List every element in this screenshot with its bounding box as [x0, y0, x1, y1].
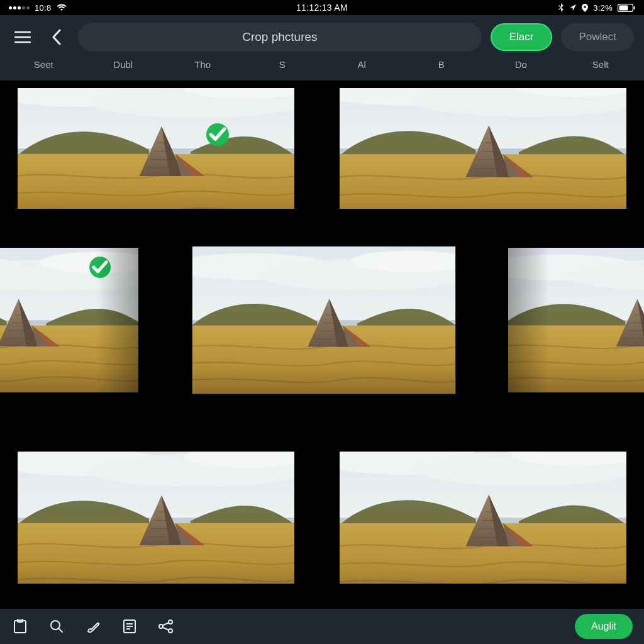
secondary-action-label: Powlect	[579, 31, 616, 43]
document-icon[interactable]	[121, 618, 138, 635]
tab-item[interactable]: Do	[481, 59, 561, 70]
tab-item[interactable]: Selt	[561, 59, 641, 70]
apply-button-label: Auglit	[591, 621, 616, 632]
svg-point-10	[584, 6, 586, 8]
photo-thumbnail[interactable]	[18, 88, 294, 209]
svg-rect-13	[619, 5, 628, 10]
photo-thumbnail-partial[interactable]	[0, 248, 138, 392]
selected-check-icon	[89, 257, 111, 278]
photo-thumbnail-partial[interactable]	[508, 248, 644, 392]
tab-item[interactable]: B	[402, 59, 482, 70]
tab-label: Dubl	[113, 59, 133, 70]
app-header: Crop phctures Elacr Powlect	[0, 15, 644, 59]
header-title-text: Crop phctures	[242, 30, 317, 44]
tab-label: S	[279, 59, 286, 70]
primary-action-button[interactable]: Elacr	[491, 23, 553, 51]
status-right-text: 3:2%	[593, 3, 613, 13]
tab-label: Do	[515, 59, 527, 70]
clipboard-icon[interactable]	[11, 618, 29, 635]
svg-point-26	[169, 620, 172, 624]
signal-dots-icon	[9, 6, 30, 9]
svg-point-25	[159, 625, 163, 628]
photo-thumbnail[interactable]	[18, 452, 294, 584]
svg-line-28	[163, 623, 169, 626]
tab-label: Tho	[194, 59, 211, 70]
location-pin-icon	[582, 4, 588, 12]
status-bar: 10:8 11:12:13 AM 3:2%	[0, 0, 644, 15]
tab-label: Selt	[592, 59, 609, 70]
back-button[interactable]	[44, 25, 69, 50]
tab-item[interactable]: Dubl	[84, 59, 164, 70]
status-clock: 11:12:13 AM	[0, 3, 644, 13]
svg-point-27	[169, 629, 172, 633]
photo-thumbnail-large[interactable]	[192, 247, 455, 394]
photo-thumbnail[interactable]	[340, 88, 626, 209]
selected-check-icon	[206, 123, 229, 146]
header-title-pill[interactable]: Crop phctures	[78, 23, 482, 52]
svg-rect-12	[634, 6, 635, 9]
tab-item[interactable]: Seet	[4, 59, 84, 70]
photo-thumbnail[interactable]	[340, 452, 626, 584]
svg-line-29	[163, 628, 169, 631]
battery-icon	[618, 4, 635, 12]
secondary-action-button[interactable]: Powlect	[561, 23, 634, 51]
category-tabs: Seet Dubl Tho S Al B Do Selt	[0, 59, 644, 80]
tab-item[interactable]: S	[243, 59, 323, 70]
share-icon[interactable]	[157, 618, 175, 635]
bottom-toolbar: Auglit	[0, 609, 644, 644]
wifi-icon	[57, 4, 67, 11]
primary-action-label: Elacr	[509, 31, 534, 43]
apply-button[interactable]: Auglit	[575, 614, 633, 639]
thumbnail-grid	[0, 80, 644, 609]
tab-item[interactable]: Al	[322, 59, 402, 70]
status-left-text: 10:8	[35, 3, 52, 13]
edit-brush-icon[interactable]	[84, 618, 102, 635]
bluetooth-icon	[558, 3, 564, 12]
search-icon[interactable]	[48, 618, 65, 635]
tab-label: B	[438, 59, 445, 70]
svg-line-20	[58, 628, 62, 632]
location-arrow-icon	[569, 4, 577, 11]
menu-icon[interactable]	[10, 25, 35, 50]
tab-label: Al	[358, 59, 366, 70]
tab-item[interactable]: Tho	[163, 59, 243, 70]
tab-label: Seet	[34, 59, 53, 70]
